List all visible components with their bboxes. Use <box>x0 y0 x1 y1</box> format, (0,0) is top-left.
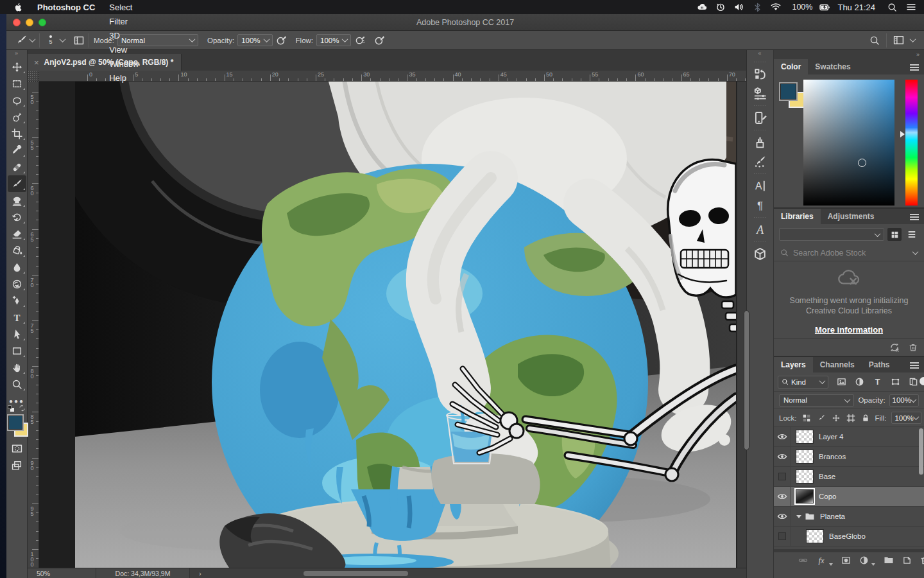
layer-visibility-empty[interactable] <box>774 527 791 546</box>
flow-select[interactable]: 100% <box>316 34 351 46</box>
lock-transparent-button[interactable] <box>802 414 811 423</box>
menu-app-name[interactable]: Photoshop CC <box>30 0 102 14</box>
saturation-brightness-field[interactable] <box>803 80 894 206</box>
grid-view-button[interactable] <box>887 228 902 241</box>
layer-row-base[interactable]: Base <box>774 467 924 487</box>
pressure-size-icon[interactable] <box>374 35 385 46</box>
apple-menu[interactable] <box>6 0 30 14</box>
pressure-opacity-icon[interactable] <box>276 35 287 46</box>
panel-icon-device-preview[interactable] <box>749 108 772 127</box>
layer-row-copo[interactable]: Copo <box>774 487 924 507</box>
search-input[interactable] <box>793 249 909 258</box>
vertical-scrollbar[interactable] <box>737 82 746 568</box>
tab-libraries[interactable]: Libraries <box>774 209 821 224</box>
status-chevron-icon[interactable]: › <box>199 570 201 577</box>
hue-slider[interactable] <box>905 80 918 206</box>
type-tool[interactable]: T <box>8 309 26 326</box>
opacity-select[interactable]: 100% <box>237 34 272 46</box>
battery-icon[interactable] <box>819 2 830 13</box>
layer-thumbnail[interactable] <box>806 529 824 543</box>
panel-menu-icon[interactable] <box>910 64 919 72</box>
filter-shape-filter-button[interactable] <box>889 376 902 388</box>
spotlight-icon[interactable] <box>887 3 897 12</box>
hand-tool[interactable] <box>8 359 26 376</box>
layer-thumbnail[interactable] <box>796 430 814 444</box>
crop-tool[interactable] <box>8 125 26 142</box>
lock-move-button[interactable] <box>832 414 841 423</box>
delete-layer-button[interactable] <box>920 556 924 565</box>
time-machine-icon[interactable] <box>715 2 726 12</box>
status-doc-size[interactable]: Doc: 34,3M/93,9M <box>96 568 190 578</box>
eyedropper-tool[interactable] <box>8 142 26 159</box>
panel-icon-brush-presets[interactable] <box>749 132 772 152</box>
lock-artboard-button[interactable] <box>846 414 855 423</box>
vertical-ruler[interactable]: 50556065707580859095100 <box>28 82 39 568</box>
lock-brush-button[interactable] <box>817 414 826 423</box>
bluetooth-icon[interactable] <box>753 3 762 12</box>
panel-menu-icon[interactable] <box>910 214 919 222</box>
menu-item-help[interactable]: Help <box>102 71 146 85</box>
new-group-button[interactable] <box>884 555 894 565</box>
layer-fill-select[interactable]: 100% <box>891 412 921 424</box>
layer-name[interactable]: BaseGlobo <box>829 532 866 540</box>
layer-name[interactable]: Layer 4 <box>819 433 843 441</box>
layer-name[interactable]: Base <box>819 473 835 480</box>
eraser-tool[interactable] <box>8 225 26 242</box>
tab-layers[interactable]: Layers <box>774 357 813 372</box>
tab-paths[interactable]: Paths <box>862 357 897 372</box>
airbrush-icon[interactable] <box>354 35 365 46</box>
notification-center-icon[interactable] <box>906 2 916 12</box>
workspace-icon[interactable] <box>893 35 904 46</box>
layer-row-brancos[interactable]: Brancos <box>774 447 924 467</box>
quick-selection-tool[interactable] <box>8 109 26 125</box>
filter-adjustment-button[interactable] <box>853 376 866 388</box>
clone-stamp-tool[interactable] <box>8 192 26 209</box>
brush-tool[interactable] <box>8 175 26 192</box>
panel-icon-history[interactable] <box>749 64 772 83</box>
panel-icon-properties[interactable] <box>749 83 772 103</box>
menu-item-select[interactable]: Select <box>102 0 146 14</box>
layer-thumbnail[interactable] <box>796 469 814 484</box>
volume-icon[interactable] <box>734 2 744 12</box>
dodge-tool[interactable] <box>8 276 26 292</box>
layer-row-layer-4[interactable]: Layer 4 <box>774 427 924 447</box>
panel-icon-threed[interactable] <box>749 244 772 263</box>
filter-type-filter-button[interactable]: T <box>871 376 884 388</box>
foreground-color-swatch[interactable] <box>8 416 22 430</box>
layer-visibility-eye[interactable] <box>774 447 791 466</box>
menu-item-filter[interactable]: Filter <box>102 14 146 28</box>
history-brush-tool[interactable] <box>8 209 26 225</box>
filter-smart-object-button[interactable] <box>907 376 920 388</box>
tab-color[interactable]: Color <box>774 59 808 74</box>
pen-tool[interactable] <box>8 292 26 309</box>
tab-adjustments[interactable]: Adjustments <box>821 209 882 224</box>
trash-icon[interactable] <box>909 343 918 352</box>
creative-cloud-icon[interactable] <box>697 2 707 12</box>
tab-swatches[interactable]: Swatches <box>808 59 857 74</box>
more-information-link[interactable]: More information <box>815 325 883 335</box>
foreground-color-swatch[interactable] <box>780 83 796 100</box>
new-layer-button[interactable] <box>902 556 912 565</box>
lock-all-button[interactable] <box>861 414 870 423</box>
layer-visibility-eye[interactable] <box>774 427 791 446</box>
vertical-scroll-thumb[interactable] <box>744 310 749 450</box>
layer-filter-kind-select[interactable]: Kind <box>778 376 828 389</box>
menu-item-view[interactable]: View <box>102 42 146 57</box>
hue-slider-arrow[interactable] <box>900 131 905 137</box>
list-view-button[interactable] <box>905 228 919 241</box>
layer-visibility-eye[interactable] <box>774 487 791 506</box>
spot-healing-tool[interactable] <box>8 159 26 175</box>
layer-row-baseglobo[interactable]: BaseGlobo <box>774 527 924 547</box>
collapse-dock-icon[interactable]: » <box>774 50 924 59</box>
color-picker-ring[interactable] <box>858 159 866 167</box>
layer-visibility-eye[interactable] <box>774 507 791 526</box>
adjustment-layer-button[interactable] <box>859 556 869 565</box>
swap-colors-icon[interactable] <box>19 405 26 412</box>
panel-icon-character[interactable]: A <box>749 176 772 195</box>
quick-mask-button[interactable] <box>8 440 26 457</box>
blend-mode-select[interactable]: Normal <box>779 394 854 407</box>
horizontal-scroll-thumb[interactable] <box>304 571 408 576</box>
search-icon[interactable] <box>869 35 880 46</box>
document-canvas[interactable] <box>75 82 736 568</box>
layer-visibility-empty[interactable] <box>774 467 791 486</box>
